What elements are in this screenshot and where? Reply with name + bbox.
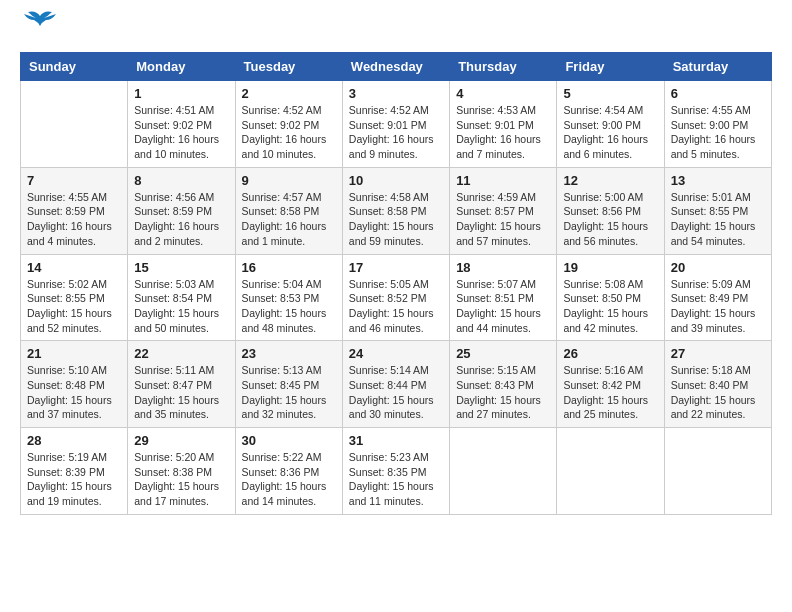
day-number: 24 [349,346,443,361]
calendar-cell: 28Sunrise: 5:19 AM Sunset: 8:39 PM Dayli… [21,428,128,515]
day-info: Sunrise: 5:11 AM Sunset: 8:47 PM Dayligh… [134,363,228,422]
day-info: Sunrise: 5:13 AM Sunset: 8:45 PM Dayligh… [242,363,336,422]
day-number: 5 [563,86,657,101]
logo [20,20,58,42]
page-header [20,20,772,42]
weekday-header-saturday: Saturday [664,53,771,81]
calendar-cell: 20Sunrise: 5:09 AM Sunset: 8:49 PM Dayli… [664,254,771,341]
day-number: 10 [349,173,443,188]
day-number: 15 [134,260,228,275]
calendar-cell: 15Sunrise: 5:03 AM Sunset: 8:54 PM Dayli… [128,254,235,341]
day-info: Sunrise: 5:16 AM Sunset: 8:42 PM Dayligh… [563,363,657,422]
calendar-cell: 14Sunrise: 5:02 AM Sunset: 8:55 PM Dayli… [21,254,128,341]
day-number: 2 [242,86,336,101]
day-number: 9 [242,173,336,188]
day-info: Sunrise: 4:52 AM Sunset: 9:01 PM Dayligh… [349,103,443,162]
calendar-cell: 16Sunrise: 5:04 AM Sunset: 8:53 PM Dayli… [235,254,342,341]
day-info: Sunrise: 4:55 AM Sunset: 8:59 PM Dayligh… [27,190,121,249]
calendar-week-row: 21Sunrise: 5:10 AM Sunset: 8:48 PM Dayli… [21,341,772,428]
day-info: Sunrise: 5:07 AM Sunset: 8:51 PM Dayligh… [456,277,550,336]
calendar-week-row: 1Sunrise: 4:51 AM Sunset: 9:02 PM Daylig… [21,81,772,168]
calendar-cell: 10Sunrise: 4:58 AM Sunset: 8:58 PM Dayli… [342,167,449,254]
day-info: Sunrise: 4:53 AM Sunset: 9:01 PM Dayligh… [456,103,550,162]
calendar-cell: 27Sunrise: 5:18 AM Sunset: 8:40 PM Dayli… [664,341,771,428]
day-number: 13 [671,173,765,188]
weekday-header-thursday: Thursday [450,53,557,81]
calendar-cell: 5Sunrise: 4:54 AM Sunset: 9:00 PM Daylig… [557,81,664,168]
calendar-cell: 13Sunrise: 5:01 AM Sunset: 8:55 PM Dayli… [664,167,771,254]
calendar-cell: 3Sunrise: 4:52 AM Sunset: 9:01 PM Daylig… [342,81,449,168]
calendar-cell: 31Sunrise: 5:23 AM Sunset: 8:35 PM Dayli… [342,428,449,515]
day-info: Sunrise: 5:19 AM Sunset: 8:39 PM Dayligh… [27,450,121,509]
day-number: 23 [242,346,336,361]
day-info: Sunrise: 4:55 AM Sunset: 9:00 PM Dayligh… [671,103,765,162]
day-number: 20 [671,260,765,275]
day-info: Sunrise: 5:10 AM Sunset: 8:48 PM Dayligh… [27,363,121,422]
day-number: 3 [349,86,443,101]
day-info: Sunrise: 5:01 AM Sunset: 8:55 PM Dayligh… [671,190,765,249]
calendar-week-row: 28Sunrise: 5:19 AM Sunset: 8:39 PM Dayli… [21,428,772,515]
day-info: Sunrise: 5:04 AM Sunset: 8:53 PM Dayligh… [242,277,336,336]
calendar-cell: 6Sunrise: 4:55 AM Sunset: 9:00 PM Daylig… [664,81,771,168]
day-number: 29 [134,433,228,448]
calendar-cell: 24Sunrise: 5:14 AM Sunset: 8:44 PM Dayli… [342,341,449,428]
day-info: Sunrise: 5:08 AM Sunset: 8:50 PM Dayligh… [563,277,657,336]
day-number: 25 [456,346,550,361]
calendar-cell: 11Sunrise: 4:59 AM Sunset: 8:57 PM Dayli… [450,167,557,254]
calendar-week-row: 7Sunrise: 4:55 AM Sunset: 8:59 PM Daylig… [21,167,772,254]
day-info: Sunrise: 4:54 AM Sunset: 9:00 PM Dayligh… [563,103,657,162]
day-info: Sunrise: 5:14 AM Sunset: 8:44 PM Dayligh… [349,363,443,422]
day-info: Sunrise: 5:18 AM Sunset: 8:40 PM Dayligh… [671,363,765,422]
day-number: 6 [671,86,765,101]
weekday-header-tuesday: Tuesday [235,53,342,81]
day-info: Sunrise: 4:58 AM Sunset: 8:58 PM Dayligh… [349,190,443,249]
day-info: Sunrise: 5:05 AM Sunset: 8:52 PM Dayligh… [349,277,443,336]
calendar-cell: 25Sunrise: 5:15 AM Sunset: 8:43 PM Dayli… [450,341,557,428]
calendar-cell [557,428,664,515]
day-number: 31 [349,433,443,448]
calendar-cell: 30Sunrise: 5:22 AM Sunset: 8:36 PM Dayli… [235,428,342,515]
day-number: 14 [27,260,121,275]
day-info: Sunrise: 4:51 AM Sunset: 9:02 PM Dayligh… [134,103,228,162]
calendar-cell: 21Sunrise: 5:10 AM Sunset: 8:48 PM Dayli… [21,341,128,428]
day-info: Sunrise: 5:00 AM Sunset: 8:56 PM Dayligh… [563,190,657,249]
day-number: 22 [134,346,228,361]
calendar-cell [450,428,557,515]
calendar-cell: 29Sunrise: 5:20 AM Sunset: 8:38 PM Dayli… [128,428,235,515]
calendar-cell: 12Sunrise: 5:00 AM Sunset: 8:56 PM Dayli… [557,167,664,254]
day-number: 21 [27,346,121,361]
day-info: Sunrise: 5:22 AM Sunset: 8:36 PM Dayligh… [242,450,336,509]
calendar-week-row: 14Sunrise: 5:02 AM Sunset: 8:55 PM Dayli… [21,254,772,341]
calendar-cell [21,81,128,168]
day-number: 11 [456,173,550,188]
day-number: 30 [242,433,336,448]
weekday-header-sunday: Sunday [21,53,128,81]
day-info: Sunrise: 4:57 AM Sunset: 8:58 PM Dayligh… [242,190,336,249]
calendar-cell: 9Sunrise: 4:57 AM Sunset: 8:58 PM Daylig… [235,167,342,254]
day-number: 17 [349,260,443,275]
calendar-cell: 1Sunrise: 4:51 AM Sunset: 9:02 PM Daylig… [128,81,235,168]
day-info: Sunrise: 5:03 AM Sunset: 8:54 PM Dayligh… [134,277,228,336]
calendar-cell [664,428,771,515]
logo-bird-icon [22,8,58,36]
day-info: Sunrise: 5:09 AM Sunset: 8:49 PM Dayligh… [671,277,765,336]
day-info: Sunrise: 5:20 AM Sunset: 8:38 PM Dayligh… [134,450,228,509]
weekday-header-monday: Monday [128,53,235,81]
day-number: 27 [671,346,765,361]
weekday-header-friday: Friday [557,53,664,81]
day-number: 12 [563,173,657,188]
day-info: Sunrise: 4:52 AM Sunset: 9:02 PM Dayligh… [242,103,336,162]
calendar-table: SundayMondayTuesdayWednesdayThursdayFrid… [20,52,772,515]
calendar-cell: 2Sunrise: 4:52 AM Sunset: 9:02 PM Daylig… [235,81,342,168]
day-info: Sunrise: 5:15 AM Sunset: 8:43 PM Dayligh… [456,363,550,422]
day-number: 19 [563,260,657,275]
day-info: Sunrise: 4:56 AM Sunset: 8:59 PM Dayligh… [134,190,228,249]
calendar-cell: 7Sunrise: 4:55 AM Sunset: 8:59 PM Daylig… [21,167,128,254]
day-info: Sunrise: 4:59 AM Sunset: 8:57 PM Dayligh… [456,190,550,249]
calendar-cell: 19Sunrise: 5:08 AM Sunset: 8:50 PM Dayli… [557,254,664,341]
day-info: Sunrise: 5:02 AM Sunset: 8:55 PM Dayligh… [27,277,121,336]
calendar-cell: 23Sunrise: 5:13 AM Sunset: 8:45 PM Dayli… [235,341,342,428]
calendar-cell: 22Sunrise: 5:11 AM Sunset: 8:47 PM Dayli… [128,341,235,428]
calendar-cell: 8Sunrise: 4:56 AM Sunset: 8:59 PM Daylig… [128,167,235,254]
calendar-cell: 26Sunrise: 5:16 AM Sunset: 8:42 PM Dayli… [557,341,664,428]
